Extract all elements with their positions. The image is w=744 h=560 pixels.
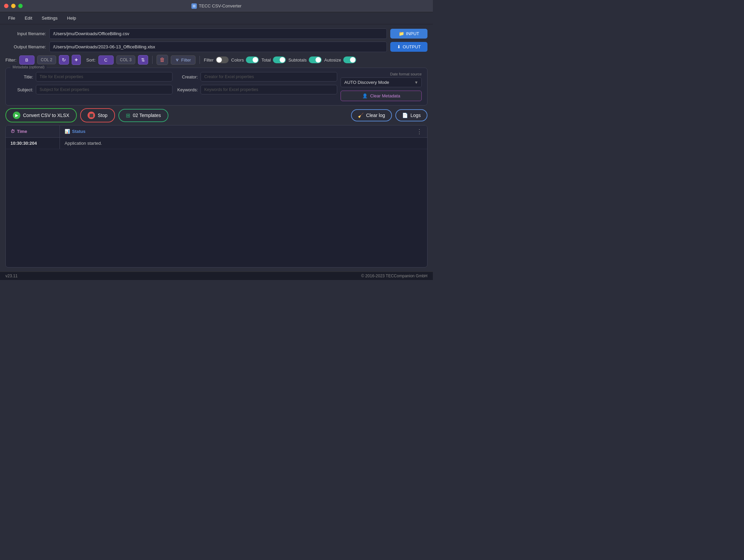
menu-settings[interactable]: Settings (38, 14, 62, 22)
clear-button[interactable]: 🗑 (157, 55, 168, 65)
input-filename-row: Input filename: 📁 INPUT (5, 28, 427, 39)
filter-label: Filter: (5, 57, 17, 63)
divider-1 (152, 56, 153, 64)
date-format-label: Date format source (341, 72, 422, 76)
log-status-header: 📊 Status (60, 125, 412, 137)
stop-button[interactable]: ⬛ Stop (80, 108, 115, 122)
main-content: Input filename: 📁 INPUT Output filename:… (0, 24, 433, 272)
filter-refresh-button[interactable]: ↻ (59, 55, 69, 65)
clear-log-button[interactable]: 🧹 Clear log (351, 109, 392, 121)
date-format-dropdown-wrapper: AUTO Discovery Mode ▼ (341, 77, 422, 87)
sort-value-input[interactable] (98, 55, 114, 65)
clear-meta-icon: 👤 (362, 93, 368, 98)
copyright-text: © 2016-2023 TECCompanion GmbH (361, 274, 427, 278)
log-menu-button[interactable]: ⋮ (412, 128, 427, 135)
templates-button[interactable]: ⊞ 02 Templates (118, 109, 168, 122)
filter-toggle-group: Filter (204, 56, 229, 63)
creator-input[interactable] (201, 72, 337, 81)
output-filename-row: Output filename: ⬇ OUTPUT (5, 42, 427, 52)
date-format-select[interactable]: AUTO Discovery Mode (341, 77, 422, 87)
log-time-cell: 10:30:30:204 (6, 138, 60, 149)
filter-toggle[interactable] (216, 56, 229, 63)
app-icon: ⊡ (191, 3, 197, 9)
trash-icon: 🗑 (160, 57, 165, 63)
input-file-button[interactable]: 📁 INPUT (390, 29, 427, 39)
close-button[interactable] (4, 4, 8, 8)
subtotals-toggle-group: Subtotals (288, 56, 322, 63)
keywords-input[interactable] (201, 85, 337, 94)
status-bar: v23.11 © 2016-2023 TECCompanion GmbH (0, 272, 433, 280)
maximize-button[interactable] (18, 4, 23, 8)
input-button-label: INPUT (406, 31, 419, 36)
menu-bar: File Edit Settings Help (0, 12, 433, 24)
title-bar: ⊡ TECC CSV-Converter (0, 0, 433, 12)
sort-label: Sort: (86, 57, 95, 63)
clear-metadata-button[interactable]: 👤 Clear Metadata (341, 91, 422, 101)
autosize-toggle[interactable] (343, 56, 356, 63)
sort-col-box[interactable]: COL 3 (116, 55, 135, 64)
subtotals-label: Subtotals (288, 57, 307, 63)
filter-add-button[interactable]: + (72, 55, 81, 65)
minimize-button[interactable] (11, 4, 16, 8)
creator-label: Creator: (176, 74, 198, 79)
autosize-toggle-group: Autosize (324, 56, 356, 63)
subtotals-toggle-knob (316, 57, 321, 63)
clear-log-label: Clear log (366, 113, 385, 118)
app-title-text: TECC CSV-Converter (199, 3, 241, 8)
logs-label: Logs (411, 113, 421, 118)
output-file-button[interactable]: ⬇ OUTPUT (390, 42, 427, 52)
metadata-section: Metadata (optional) Title: Subject: Crea… (5, 68, 427, 106)
input-filename-label: Input filename: (5, 31, 46, 36)
output-button-label: OUTPUT (403, 44, 421, 49)
convert-button[interactable]: ▶ Convert CSV to XLSX (5, 108, 77, 122)
input-filename-field[interactable] (49, 28, 387, 39)
title-row: Title: (11, 72, 172, 81)
menu-help[interactable]: Help (63, 14, 80, 22)
log-status-cell: Application started. (60, 138, 427, 149)
clock-icon: ⏱ (10, 129, 15, 134)
log-rows: 10:30:30:204 Application started. (6, 138, 427, 267)
subject-row: Subject: (11, 85, 172, 94)
subject-input[interactable] (36, 85, 172, 94)
colors-label: Colors (231, 57, 244, 63)
colors-toggle[interactable] (246, 56, 259, 63)
play-icon: ▶ (13, 112, 20, 119)
version-text: v23.11 (5, 274, 18, 278)
stop-label: Stop (98, 113, 108, 118)
creator-row: Creator: (176, 72, 337, 81)
filter-text-label: Filter (181, 57, 191, 63)
folder-icon: 📁 (399, 31, 404, 36)
menu-file[interactable]: File (4, 14, 19, 22)
sort-direction-button[interactable]: ⇅ (138, 55, 148, 65)
templates-icon: ⊞ (126, 112, 130, 119)
funnel-icon: ⛛ (175, 57, 180, 63)
date-format-section: Date format source AUTO Discovery Mode ▼ (341, 72, 422, 87)
autosize-label: Autosize (324, 57, 341, 63)
total-toggle[interactable] (273, 56, 286, 63)
output-filename-field[interactable] (49, 42, 387, 52)
download-icon: ⬇ (397, 44, 401, 49)
filter-col-box[interactable]: COL 2 (37, 55, 56, 64)
filter-value-input[interactable] (19, 55, 34, 65)
refresh-icon: ↻ (62, 57, 66, 63)
total-toggle-knob (280, 57, 285, 63)
logs-button[interactable]: 📄 Logs (395, 109, 427, 121)
filter-sort-row: Filter: COL 2 ↻ + Sort: COL 3 ⇅ 🗑 ⛛ Filt… (5, 55, 427, 65)
filter-text-button[interactable]: ⛛ Filter (171, 55, 195, 65)
window-controls (4, 4, 23, 8)
convert-label: Convert CSV to XLSX (23, 113, 69, 118)
subtotals-toggle[interactable] (309, 56, 322, 63)
meta-right: Date format source AUTO Discovery Mode ▼… (341, 72, 422, 101)
actions-row: ▶ Convert CSV to XLSX ⬛ Stop ⊞ 02 Templa… (5, 108, 427, 122)
templates-label: 02 Templates (133, 113, 161, 118)
filter-toggle-label: Filter (204, 57, 214, 63)
menu-edit[interactable]: Edit (21, 14, 36, 22)
colors-toggle-group: Colors (231, 56, 259, 63)
colors-toggle-knob (253, 57, 258, 63)
clear-metadata-label: Clear Metadata (370, 93, 400, 98)
total-label: Total (261, 57, 271, 63)
metadata-legend: Metadata (optional) (10, 65, 47, 69)
chart-icon: 📊 (65, 129, 70, 134)
sort-icon: ⇅ (141, 57, 145, 63)
title-input[interactable] (36, 72, 172, 81)
